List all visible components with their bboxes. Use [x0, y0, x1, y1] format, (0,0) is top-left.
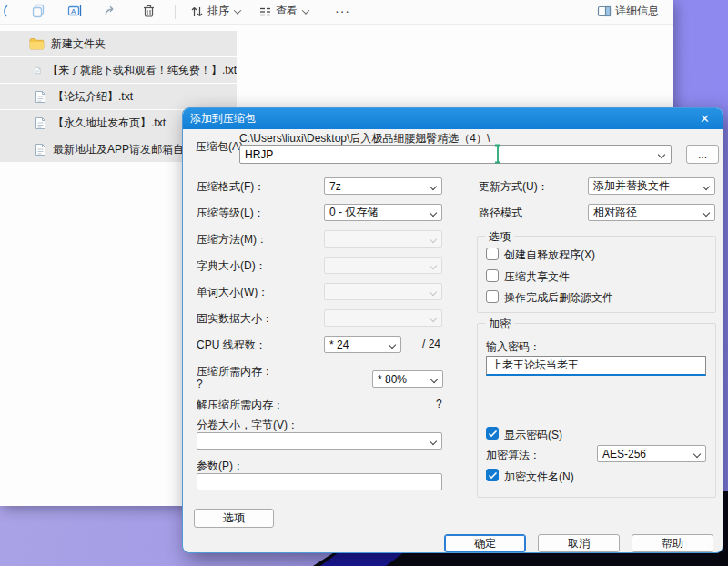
share-button[interactable]	[98, 1, 124, 21]
format-label: 压缩格式(F)：	[197, 179, 265, 195]
path-mode-value: 相对路径	[593, 205, 637, 220]
decompress-memory-label: 解压缩所需内存：	[197, 398, 284, 413]
create-sfx-label[interactable]: 创建自释放程序(X)	[504, 248, 595, 263]
view-label: 查看	[276, 4, 298, 19]
level-label: 压缩等级(L)：	[197, 206, 265, 221]
delete-icon	[142, 4, 156, 18]
file-name: 【来了就能下载和观看！纯免费！】.txt	[47, 63, 237, 78]
checkbox-show-password[interactable]	[486, 427, 499, 440]
method-label: 压缩方法(M)：	[197, 232, 268, 248]
algorithm-combobox[interactable]: AES-256	[597, 445, 706, 462]
delete-after-label[interactable]: 操作完成后删除源文件	[504, 290, 613, 306]
copy-icon	[31, 4, 46, 18]
path-mode-combobox[interactable]: 相对路径	[588, 204, 715, 221]
help-button[interactable]: 帮助	[632, 534, 713, 552]
check-icon	[488, 430, 498, 438]
update-mode-combobox[interactable]: 添加并替换文件	[588, 177, 715, 195]
close-icon[interactable]: ✕	[694, 112, 715, 126]
share-icon	[104, 4, 118, 18]
chevron-down-icon	[658, 151, 665, 158]
svg-text:A: A	[71, 7, 76, 15]
checkbox-encrypt-names[interactable]	[486, 469, 499, 481]
cut-icon	[0, 4, 13, 18]
checkbox-compress-shared[interactable]	[486, 269, 499, 282]
dictionary-label: 字典大小(D)：	[197, 258, 267, 274]
chevron-down-icon	[389, 341, 396, 349]
cancel-button[interactable]: 取消	[538, 534, 620, 552]
cpu-threads-combobox[interactable]: * 24	[324, 336, 401, 353]
volume-size-label: 分卷大小，字节(V)：	[197, 418, 298, 433]
parameters-label: 参数(P)：	[197, 459, 244, 474]
explorer-toolbar: A	[0, 0, 673, 25]
word-size-combobox	[324, 283, 442, 300]
chevron-down-icon	[430, 209, 437, 217]
show-password-label[interactable]: 显示密码(S)	[504, 428, 562, 443]
checkbox-create-sfx[interactable]	[486, 248, 499, 260]
more-button[interactable]: ···	[329, 1, 356, 21]
method-combobox	[324, 230, 442, 248]
details-button[interactable]: 详细信息	[592, 1, 664, 22]
cpu-threads-max: / 24	[422, 338, 440, 350]
toolbar-divider	[175, 5, 176, 19]
chevron-down-icon	[430, 262, 437, 269]
rename-icon: A	[67, 4, 83, 18]
chevron-down-icon	[234, 6, 241, 14]
sort-button[interactable]: 排序	[185, 1, 246, 22]
solid-size-label: 固实数据大小：	[197, 311, 273, 327]
compress-shared-label[interactable]: 压缩共享文件	[504, 269, 570, 285]
file-text-icon	[35, 64, 41, 77]
volume-size-combobox[interactable]	[197, 432, 442, 450]
path-mode-label: 路径模式	[479, 206, 522, 221]
delete-button[interactable]	[136, 1, 161, 21]
format-combobox[interactable]: 7z	[324, 177, 442, 195]
chevron-down-icon	[430, 438, 437, 445]
chevron-down-icon	[430, 288, 437, 296]
password-label: 输入密码：	[486, 339, 541, 355]
browse-button[interactable]: ...	[686, 145, 719, 164]
word-size-label: 单词大小(W)：	[197, 285, 268, 300]
archive-name-combobox[interactable]: HRJP	[239, 145, 672, 164]
chevron-down-icon	[430, 376, 438, 383]
checkbox-delete-after[interactable]	[486, 290, 499, 303]
memory-combobox[interactable]: * 80%	[372, 370, 443, 388]
details-panel-icon	[597, 5, 612, 18]
sort-icon	[190, 5, 204, 18]
level-combobox[interactable]: 0 - 仅存储	[324, 204, 442, 221]
level-value: 0 - 仅存储	[329, 205, 378, 220]
solid-size-combobox	[324, 309, 442, 327]
add-to-archive-dialog: 添加到压缩包 ✕ 压缩包(A)： C:\Users\liuxi\Desktop\…	[182, 107, 723, 553]
view-button[interactable]: 查看	[253, 1, 314, 22]
algorithm-value: AES-256	[602, 448, 646, 460]
memory-label: 压缩所需内存：	[197, 364, 273, 379]
encryption-group-legend: 加密	[485, 317, 514, 332]
file-text-icon	[35, 143, 46, 157]
file-row[interactable]: 【论坛介绍】.txt	[0, 84, 237, 109]
sort-label: 排序	[207, 4, 229, 19]
options-button[interactable]: 选项	[194, 509, 274, 528]
file-text-icon	[35, 90, 46, 104]
more-icon: ···	[335, 4, 350, 18]
algorithm-label: 加密算法：	[486, 448, 541, 463]
encrypt-names-label[interactable]: 加密文件名(N)	[504, 470, 574, 485]
chevron-down-icon	[703, 183, 710, 190]
check-icon	[488, 471, 498, 480]
file-row[interactable]: 【来了就能下载和观看！纯免费！】.txt	[0, 57, 237, 83]
dialog-titlebar: 添加到压缩包 ✕	[183, 108, 723, 129]
memory-question: ?	[197, 378, 203, 390]
cut-button[interactable]	[0, 1, 18, 21]
copy-button[interactable]	[25, 1, 51, 21]
format-value: 7z	[329, 180, 341, 193]
chevron-down-icon	[430, 315, 437, 322]
ok-button[interactable]: 确定	[444, 534, 526, 552]
memory-value: * 80%	[378, 373, 407, 386]
file-row-folder[interactable]: 新建文件夹	[0, 31, 237, 56]
rename-button[interactable]: A	[62, 1, 88, 21]
view-icon	[258, 5, 272, 18]
parameters-input[interactable]	[197, 473, 442, 490]
options-group-legend: 选项	[485, 229, 514, 245]
file-name: 新建文件夹	[51, 36, 106, 52]
file-text-icon	[35, 116, 46, 130]
password-input[interactable]	[486, 356, 706, 376]
desktop: A	[0, 0, 728, 566]
ibeam-cursor	[493, 144, 502, 164]
